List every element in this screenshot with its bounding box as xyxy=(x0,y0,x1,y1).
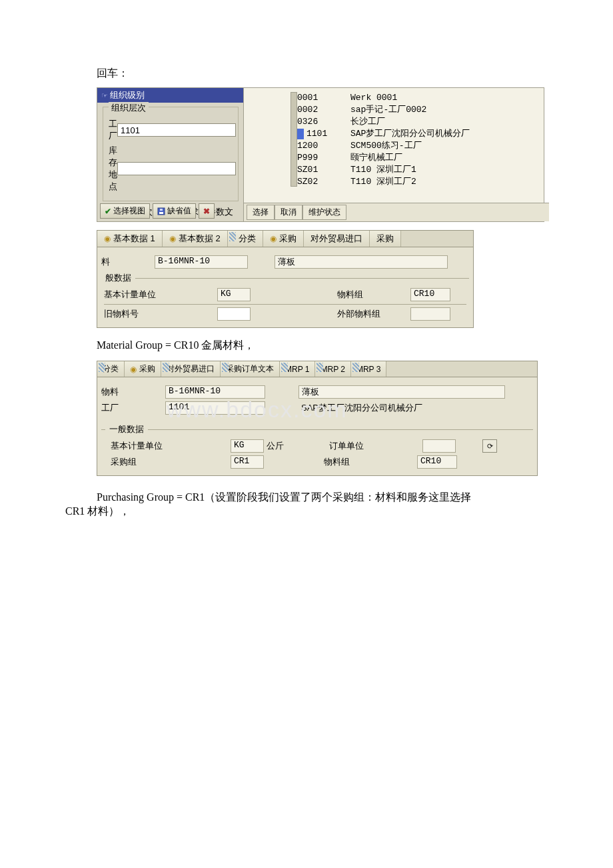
tab-基本数据 2[interactable]: ◉基本数据 2 xyxy=(163,231,228,247)
base-uom-field-2[interactable]: KG xyxy=(231,439,264,453)
tab-分类[interactable]: 分类 xyxy=(228,231,263,247)
tab-label: MRP 2 xyxy=(320,365,344,374)
eye-icon: ◉ xyxy=(130,365,137,374)
tab-label: 分类 xyxy=(103,363,119,375)
storage-location-input[interactable] xyxy=(117,162,236,175)
plant-list-item[interactable]: 1101SAP梦工厂沈阳分公司机械分厂 xyxy=(297,128,537,140)
base-uom-label-2: 基本计量单位 xyxy=(104,440,231,452)
tab-基本数据 1[interactable]: ◉基本数据 1 xyxy=(97,231,163,247)
caption-enter: 回车： xyxy=(97,67,613,81)
order-unit-label: 订单单位 xyxy=(329,440,422,452)
general-data-label: 般数据 xyxy=(101,272,135,284)
plant-input[interactable] xyxy=(117,123,236,137)
tab-label: 采购 xyxy=(376,233,394,245)
close-button[interactable]: ✖ xyxy=(199,203,215,219)
tab-对外贸易进口[interactable]: 对外贸易进口 xyxy=(161,361,221,377)
material-group-label: 物料组 xyxy=(337,289,410,301)
material-code-field[interactable]: B-16MNR-10 xyxy=(155,255,248,269)
plant-desc-2: SAP梦工厂沈阳分公司机械分厂 xyxy=(299,402,504,414)
check-icon: ✔ xyxy=(105,207,111,216)
popup-footer: 选择 取消 维护状态 xyxy=(244,203,549,221)
tab-label: MRP 3 xyxy=(356,365,380,374)
org-hierarchy-group: 组织层次 工厂 库存地点 xyxy=(103,107,239,201)
base-uom-field[interactable]: KG xyxy=(217,288,251,301)
plant-list-item[interactable]: 1200SCM500练习-工厂 xyxy=(297,140,537,152)
popup-cancel-button[interactable]: 取消 xyxy=(275,205,303,220)
ext-material-group-label: 外部物料组 xyxy=(337,308,410,320)
tab-label: 对外贸易进口 xyxy=(310,233,362,245)
plant-list-item[interactable]: 0002sap手记-工厂0002 xyxy=(297,104,537,116)
material-group-label-2: 物料组 xyxy=(324,456,417,468)
material-group-field[interactable]: CR10 xyxy=(410,288,450,301)
purchasing-group-field[interactable]: CR1 xyxy=(231,455,264,469)
general-data-group: 般数据 基本计量单位 KG 物料组 CR10 旧物料号 外部物料组 xyxy=(101,278,469,327)
popup-select-button[interactable]: 选择 xyxy=(247,205,275,220)
old-material-label: 旧物料号 xyxy=(104,308,217,320)
general-data-group-2: 一般数据 基本计量单位 KG 公斤 订单单位 ⟳ 采购组 CR1 xyxy=(101,429,533,475)
tab-label: MRP 1 xyxy=(285,365,309,374)
tab-MRP 2[interactable]: MRP 2 xyxy=(315,361,350,377)
tab-label: 基本数据 2 xyxy=(179,233,221,245)
popup-status-button[interactable]: 维护状态 xyxy=(303,205,346,220)
tab-MRP 1[interactable]: MRP 1 xyxy=(280,361,315,377)
svg-rect-1 xyxy=(159,212,163,214)
storage-location-label: 库存地点 xyxy=(109,145,117,193)
tab-采购[interactable]: 采购 xyxy=(370,231,401,247)
caption-purchasing-group-line2: CR1 材料）， xyxy=(65,505,613,519)
purchasing-group-label: 采购组 xyxy=(104,456,231,468)
select-view-button[interactable]: ✔ 选择视图 xyxy=(100,203,150,219)
plant-list: 0001Werk 00010002sap手记-工厂00020326长沙工厂110… xyxy=(297,92,537,188)
eye-icon: ◉ xyxy=(270,234,277,243)
base-uom-label: 基本计量单位 xyxy=(104,289,217,301)
screenshot-material-purchasing: 分类◉采购对外贸易进口采购订单文本MRP 1MRP 2MRP 3 物料 B-16… xyxy=(97,361,538,476)
tab-采购[interactable]: ◉采购 xyxy=(125,361,161,377)
scrollbar[interactable] xyxy=(291,92,297,187)
org-level-dialog: 组织级别 组织层次 工厂 库存地点 组织层次/仅根据请求的参数文 ✔ xyxy=(97,87,245,222)
plant-field-2[interactable]: 1101 xyxy=(165,401,265,415)
group-label: 组织层次 xyxy=(109,102,149,114)
svg-rect-2 xyxy=(160,209,163,211)
tab-bar-basic: ◉基本数据 1◉基本数据 2分类◉采购对外贸易进口采购 xyxy=(97,231,473,247)
plant-list-item[interactable]: P999颐宁机械工厂 xyxy=(297,152,537,164)
material-desc-field[interactable]: 薄板 xyxy=(275,255,448,269)
caption-purchasing-group-line1: Purchasing Group = CR1（设置阶段我们设置了两个采购组：材料… xyxy=(97,491,613,505)
plant-list-item[interactable]: SZ01T110 深圳工厂1 xyxy=(297,164,537,176)
tab-分类[interactable]: 分类 xyxy=(97,361,125,377)
material-desc-field-2[interactable]: 薄板 xyxy=(299,385,505,399)
material-group-field-2[interactable]: CR10 xyxy=(417,455,457,469)
defaults-label: 缺省值 xyxy=(167,205,191,217)
tab-label: 采购 xyxy=(279,233,297,245)
dialog-title: 组织级别 xyxy=(97,88,244,103)
tab-对外贸易进口[interactable]: 对外贸易进口 xyxy=(304,231,370,247)
caption-material-group: Material Group = CR10 金属材料， xyxy=(97,339,613,353)
plant-label: 工厂 xyxy=(109,118,117,142)
plant-list-item[interactable]: 0326长沙工厂 xyxy=(297,116,537,128)
plant-value-help-popup: 0001Werk 00010002sap手记-工厂00020326长沙工厂110… xyxy=(243,87,544,222)
base-uom-desc: 公斤 xyxy=(264,440,309,452)
tab-bar-purchasing: 分类◉采购对外贸易进口采购订单文本MRP 1MRP 2MRP 3 xyxy=(97,361,537,377)
plant-list-item[interactable]: SZ02T110 深圳工厂2 xyxy=(297,176,537,188)
ext-material-group-field[interactable] xyxy=(410,307,450,321)
eye-icon: ◉ xyxy=(169,234,176,243)
old-material-field[interactable] xyxy=(217,307,251,321)
material-code-field-2[interactable]: B-16MNR-10 xyxy=(165,385,265,399)
save-icon xyxy=(157,207,165,215)
general-data-label-2: 一般数据 xyxy=(105,423,148,435)
tab-采购[interactable]: ◉采购 xyxy=(263,231,304,247)
tab-label: 分类 xyxy=(239,233,256,245)
screenshot-material-basic: ◉基本数据 1◉基本数据 2分类◉采购对外贸易进口采购 料 B-16MNR-10… xyxy=(97,230,474,328)
tab-label: 采购订单文本 xyxy=(226,363,274,375)
select-view-label: 选择视图 xyxy=(113,205,145,217)
order-unit-field[interactable] xyxy=(422,439,456,453)
tab-label: 采购 xyxy=(139,363,155,375)
order-unit-help-button[interactable]: ⟳ xyxy=(482,439,497,453)
tab-label: 基本数据 1 xyxy=(113,233,155,245)
plant-list-item[interactable]: 0001Werk 0001 xyxy=(297,92,537,104)
material-label: 料 xyxy=(101,256,155,268)
defaults-button[interactable]: 缺省值 xyxy=(153,203,196,219)
tab-label: 对外贸易进口 xyxy=(167,363,215,375)
tab-采购订单文本[interactable]: 采购订单文本 xyxy=(221,361,280,377)
screenshot-org-level: 组织级别 组织层次 工厂 库存地点 组织层次/仅根据请求的参数文 ✔ xyxy=(97,87,543,221)
refresh-icon: ⟳ xyxy=(487,442,493,451)
tab-MRP 3[interactable]: MRP 3 xyxy=(351,361,386,377)
